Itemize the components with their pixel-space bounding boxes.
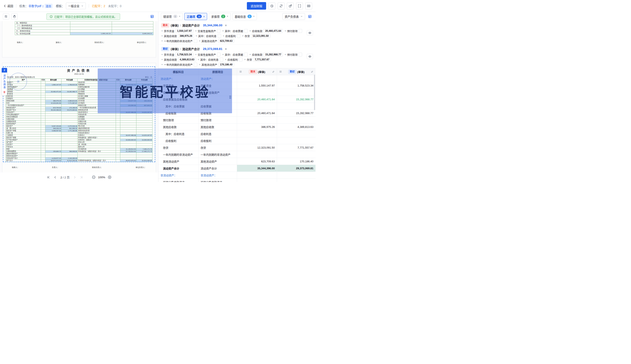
term-value-box[interactable] [218, 34, 221, 38]
edit-icon[interactable] [272, 70, 275, 73]
formula-total-value: 35,344,396.00 [203, 24, 223, 27]
scan-row: 递延所得税资产 [6, 153, 152, 155]
header-end-period: 期末 (单体) [237, 68, 277, 75]
formula-term: + 应收账款 20,460,471.64 [249, 29, 283, 33]
term-value-box[interactable]: 15,282,988.77 [263, 53, 283, 56]
first-page-button[interactable] [46, 175, 51, 180]
divider [89, 4, 89, 8]
table-row[interactable]: 其他应收款 其他应收款 386,975.26 4,389,813.63 [158, 124, 315, 130]
banner-text: 已配平：项目已全部匹配到模板，且公式校验无误。 [54, 15, 117, 18]
table-row[interactable]: 非流动资产： 非流动资产： [158, 172, 315, 179]
sheet-tab[interactable]: 2 资产负债表 [2, 68, 7, 95]
term-value-box[interactable]: 386,975.26 [178, 34, 194, 38]
term-label: 预付款项 [287, 53, 298, 57]
term-value-box[interactable]: 1,550,147.97 [175, 29, 193, 33]
formula-term: + 其他流动资产 170,186.40 [199, 62, 234, 67]
prev-page-button[interactable] [53, 175, 58, 180]
filter-button[interactable]: 求值项 2 ▼ [209, 13, 231, 20]
trash-icon[interactable] [3, 91, 6, 94]
outline-button[interactable] [3, 13, 9, 20]
eye-button[interactable] [307, 54, 313, 59]
watermark-text: 智能配平校验 [120, 81, 210, 100]
table-row[interactable]: 存货 存货 12,323,091.50 7,771,557.67 [158, 144, 315, 151]
back-label: 返回 [7, 4, 13, 8]
fit-screen-button[interactable] [305, 2, 312, 10]
zoom-out-button[interactable] [91, 175, 96, 180]
period-end-badge: 期末 [249, 70, 257, 74]
table-row[interactable]: 其他流动资产 其他流动资产 623,709.63 170,186.40 [158, 158, 315, 165]
sync-button[interactable] [278, 2, 285, 10]
filter-bar: 错误项 0 ▼ 正确项 16 ▲ 求值项 2 [158, 12, 315, 21]
template-subject-cell: 其他应收款 [158, 124, 198, 130]
term-value-box[interactable]: 1,758,523.34 [175, 53, 193, 56]
back-button[interactable]: 返回 [3, 4, 13, 8]
scrollbar-thumb[interactable] [314, 74, 315, 110]
term-value-box[interactable] [244, 53, 248, 56]
fullscreen-button[interactable] [296, 2, 303, 10]
filter-button[interactable]: 正确项 16 ▲ [184, 13, 207, 20]
term-label: 其中：应收票据 [225, 29, 243, 33]
end-value-cell: 20,460,471.64 [237, 96, 277, 103]
begin-value-cell [277, 130, 315, 137]
term-value-box[interactable] [194, 39, 197, 43]
term-value-box[interactable] [237, 34, 240, 38]
menu-icon[interactable] [239, 70, 242, 73]
term-value-box[interactable] [244, 29, 248, 33]
signature-label: 财务负责人： [92, 166, 103, 168]
term-value-box[interactable] [299, 29, 302, 33]
term-value-box[interactable]: 7,771,557.67 [253, 58, 271, 62]
term-value-box[interactable]: 12,323,091.50 [251, 34, 270, 38]
source-item-cell: 其他流动资产 [198, 158, 237, 165]
term-value-box[interactable]: 20,460,471.64 [263, 29, 283, 33]
filter-label: 错误项 [163, 14, 172, 18]
term-value-box[interactable] [220, 58, 223, 62]
term-value-box[interactable]: 623,709.63 [218, 39, 234, 43]
history-button[interactable] [268, 2, 275, 10]
last-page-button[interactable] [79, 175, 84, 180]
edit-icon[interactable] [311, 70, 313, 73]
begin-value-cell [277, 151, 315, 158]
template-subject-cell: 其中：应收利息 [158, 130, 198, 137]
add-report-button[interactable]: 追加财报 [247, 2, 266, 10]
formula-term: + 应收账款 15,282,988.77 [249, 52, 283, 57]
term-value-box[interactable] [299, 53, 302, 56]
table-row[interactable]: 流动资产合计 流动资产合计 35,344,396.00 29,373,069.8… [158, 165, 315, 172]
term-value-box[interactable] [217, 29, 221, 33]
table-config-button[interactable] [149, 13, 155, 20]
export-button[interactable] [287, 2, 294, 10]
drag-handle-icon[interactable] [229, 95, 231, 99]
report-select[interactable]: 资产负债表 [282, 13, 305, 20]
table-row[interactable]: 预付款项 预付款项 [158, 116, 315, 124]
scan-row: 商誉 未分配利润 11,135,514.94 7,490,171.73 [6, 148, 152, 150]
pan-hand-button[interactable] [11, 13, 18, 20]
eye-button[interactable] [307, 30, 313, 36]
filter-button[interactable]: 错误项 0 ▼ [161, 13, 183, 20]
source-item-cell: 应收股利 [198, 137, 237, 144]
zoom-in-button[interactable] [107, 175, 112, 180]
table-config-button[interactable] [307, 13, 313, 20]
begin-value-cell: 1,758,523.34 [277, 82, 315, 89]
term-value-box[interactable] [239, 58, 243, 62]
next-page-button[interactable] [73, 175, 77, 180]
signature-label: 财务负责人： [95, 41, 105, 44]
scan-row: 资产总计 39,572,973.32 31,513,339.30 负债和所有者权… [6, 160, 152, 162]
term-value-box[interactable]: 4,389,813.63 [178, 58, 196, 62]
term-value-box[interactable]: 170,186.40 [218, 63, 234, 66]
table-row[interactable]: 其中：应收利息 应收利息 [158, 130, 315, 137]
table-row[interactable]: 一年内到期的非流动资产 一年内到期的非流动资产 [158, 151, 315, 158]
table-row[interactable]: 应收股利 应收股利 [158, 137, 315, 144]
watermark-overlay[interactable]: 智能配平校验 [98, 68, 232, 113]
end-value-cell [237, 116, 277, 124]
term-value-box[interactable] [194, 63, 197, 66]
term-label: 其中：应收利息 [198, 34, 217, 38]
scan-row: 工程物资 负债合计 18,437,458.38 14,023,167.57 [6, 134, 152, 137]
term-value-box[interactable] [217, 53, 221, 56]
filter-button[interactable]: 基础信息 5 ▼ [233, 13, 257, 20]
formula-term: + 应收股利 [225, 58, 243, 62]
filter-label: 求值项 [211, 14, 220, 18]
template-select[interactable]: 一般企业 [66, 2, 86, 9]
source-item-cell: 应收利息 [198, 130, 237, 137]
formula-term: + 货币资金 1,550,147.97 [161, 29, 193, 33]
menu-icon[interactable] [279, 70, 282, 73]
table-row[interactable]: 可供出售金融资产 可供出售金融资产 [158, 179, 315, 182]
